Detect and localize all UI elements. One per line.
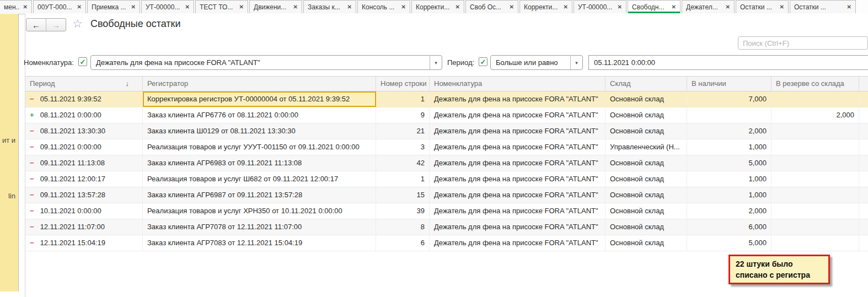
cell-line-number[interactable]: 21 xyxy=(376,123,430,139)
cell-in-stock[interactable] xyxy=(687,107,771,123)
tab[interactable]: ТЕСТ ТО... ✕ xyxy=(195,0,248,13)
close-icon[interactable]: ✕ xyxy=(672,4,676,10)
cell-warehouse[interactable]: Основной склад xyxy=(606,91,687,107)
cell-in-stock[interactable]: 2,000 xyxy=(687,203,771,219)
cell-nomenclature[interactable]: Дежатель для фена на присоске FORA "ATLA… xyxy=(430,155,606,171)
cell-nomenclature[interactable]: Дежатель для фена на присоске FORA "ATLA… xyxy=(430,91,606,107)
cell-extra[interactable] xyxy=(859,203,868,219)
cell-in-stock[interactable]: 2,000 xyxy=(687,123,771,139)
cell-registrar[interactable]: Заказ клиента АГР6983 от 09.11.2021 11:1… xyxy=(143,155,376,171)
close-icon[interactable]: ✕ xyxy=(131,4,136,10)
cell-nomenclature[interactable]: Дежатель для фена на присоске FORA "ATLA… xyxy=(430,139,606,155)
cell-extra[interactable] xyxy=(859,171,868,187)
cell-nomenclature[interactable]: Дежатель для фена на присоске FORA "ATLA… xyxy=(430,171,606,187)
tab[interactable]: Корректи... ✕ xyxy=(519,0,572,13)
sort-descending-icon[interactable]: ↓ xyxy=(126,77,130,91)
tab[interactable]: Движени... ✕ xyxy=(249,0,302,13)
cell-warehouse[interactable]: Основной склад xyxy=(606,171,687,187)
close-icon[interactable]: ✕ xyxy=(780,4,784,10)
cell-warehouse[interactable]: Основной склад xyxy=(606,219,687,235)
nomenclature-filter-combobox[interactable]: Дежатель для фена на присоске FORA "ATLA… xyxy=(90,55,442,70)
cell-line-number[interactable]: 8 xyxy=(376,219,430,235)
cell-reserve[interactable] xyxy=(771,139,859,155)
cell-extra[interactable] xyxy=(859,219,868,235)
cell-reserve[interactable]: 2,000 xyxy=(771,107,859,123)
cell-in-stock[interactable]: 1,000 xyxy=(687,171,771,187)
cell-nomenclature[interactable]: Дежатель для фена на присоске FORA "ATLA… xyxy=(430,203,606,219)
cell-period[interactable]: − 08.11.2021 13:30:30 xyxy=(25,123,143,139)
cell-warehouse[interactable]: Основной склад xyxy=(606,203,687,219)
chevron-down-icon[interactable]: ▾ xyxy=(430,56,442,69)
cell-line-number[interactable]: 15 xyxy=(376,187,430,203)
column-header-warehouse[interactable]: Склад xyxy=(606,77,687,91)
tab[interactable]: УТ-00000... ✕ xyxy=(141,0,194,13)
cell-period[interactable]: − 10.11.2021 0:00:00 xyxy=(25,203,143,219)
table-row[interactable]: − 12.11.2021 15:04:19 Заказ клиента АГР7… xyxy=(25,235,868,251)
tab[interactable]: Приемка ... ✕ xyxy=(87,0,140,13)
tab[interactable]: Заказы к... ✕ xyxy=(303,0,356,13)
close-icon[interactable]: ✕ xyxy=(401,4,406,10)
cell-nomenclature[interactable]: Дежатель для фена на присоске FORA "ATLA… xyxy=(430,235,606,251)
close-icon[interactable]: ✕ xyxy=(293,4,298,10)
cell-nomenclature[interactable]: Дежатель для фена на присоске FORA "ATLA… xyxy=(430,107,606,123)
cell-warehouse[interactable]: Основной склад xyxy=(606,155,687,171)
column-header-registrar[interactable]: Регистратор xyxy=(143,77,376,91)
cell-registrar[interactable]: Заказ клиента Ш0129 от 08.11.2021 13:30:… xyxy=(143,123,376,139)
column-header-in-stock[interactable]: В наличии xyxy=(687,77,771,91)
cell-extra[interactable] xyxy=(859,139,868,155)
forward-button[interactable]: → xyxy=(46,19,66,31)
period-condition-value[interactable]: Больше или равно xyxy=(491,56,570,69)
cell-reserve[interactable] xyxy=(771,235,859,251)
table-row[interactable]: − 08.11.2021 13:30:30 Заказ клиента Ш012… xyxy=(25,123,868,139)
cell-in-stock[interactable]: 5,000 xyxy=(687,235,771,251)
cell-period[interactable]: − 12.11.2021 11:07:00 xyxy=(25,219,143,235)
cell-period[interactable]: + 08.11.2021 0:00:00 xyxy=(25,107,143,123)
cell-line-number[interactable]: 1 xyxy=(376,171,430,187)
close-icon[interactable]: ✕ xyxy=(23,4,28,10)
nomenclature-filter-checkbox[interactable]: ✓ xyxy=(78,57,87,66)
cell-nomenclature[interactable]: Дежатель для фена на присоске FORA "ATLA… xyxy=(430,187,606,203)
close-icon[interactable]: ✕ xyxy=(510,4,514,10)
cell-nomenclature[interactable]: Дежатель для фена на присоске FORA "ATLA… xyxy=(430,219,606,235)
table-row[interactable]: − 12.11.2021 11:07:00 Заказ клиента АГР7… xyxy=(25,219,868,235)
tab[interactable]: Остатки ... ✕ xyxy=(790,0,856,13)
cell-registrar[interactable]: Заказ клиента АГР6987 от 09.11.2021 13:5… xyxy=(143,187,376,203)
cell-registrar[interactable]: Заказ клиента АГР7078 от 12.11.2021 11:0… xyxy=(143,219,376,235)
close-icon[interactable]: ✕ xyxy=(564,4,568,10)
tab[interactable]: Консоль ... ✕ xyxy=(357,0,410,13)
tab[interactable]: Дежател... ✕ xyxy=(682,0,735,13)
tab[interactable]: мен... ✕ xyxy=(0,0,32,13)
cell-line-number[interactable]: 9 xyxy=(376,107,430,123)
cell-nomenclature[interactable]: Дежатель для фена на присоске FORA "ATLA… xyxy=(430,123,606,139)
cell-registrar[interactable]: Корректировка регистров УТ-00000004 от 0… xyxy=(143,91,376,107)
period-condition-combobox[interactable]: Больше или равно ▾ xyxy=(490,55,583,70)
tab[interactable]: Своб Ос... ✕ xyxy=(465,0,518,13)
tab[interactable]: 00УТ-000... ✕ xyxy=(33,0,86,13)
tab[interactable]: Корректи... ✕ xyxy=(411,0,464,13)
cell-registrar[interactable]: Заказ клиента АГР6776 от 08.11.2021 0:00… xyxy=(143,107,376,123)
cell-period[interactable]: − 09.11.2021 0:00:00 xyxy=(25,139,143,155)
cell-line-number[interactable]: 6 xyxy=(376,235,430,251)
tab[interactable]: Остатки ... ✕ xyxy=(736,0,789,13)
cell-reserve[interactable] xyxy=(771,171,859,187)
cell-reserve[interactable] xyxy=(771,203,859,219)
cell-extra[interactable] xyxy=(859,235,868,251)
cell-registrar[interactable]: Реализация товаров и услуг УУУТ-001150 о… xyxy=(143,139,376,155)
cell-reserve[interactable] xyxy=(771,91,859,107)
cell-warehouse[interactable]: Основной склад xyxy=(606,187,687,203)
cell-registrar[interactable]: Реализация товаров и услуг ХРН350 от 10.… xyxy=(143,203,376,219)
cell-warehouse[interactable]: Основной склад xyxy=(606,235,687,251)
cell-warehouse[interactable]: Управленческий (Н... xyxy=(606,139,687,155)
cell-period[interactable]: − 09.11.2021 13:57:28 xyxy=(25,187,143,203)
cell-reserve[interactable] xyxy=(771,155,859,171)
cell-extra[interactable] xyxy=(859,187,868,203)
cell-in-stock[interactable]: 6,000 xyxy=(687,219,771,235)
cell-line-number[interactable]: 3 xyxy=(376,139,430,155)
table-row[interactable]: + 08.11.2021 0:00:00 Заказ клиента АГР67… xyxy=(25,107,868,123)
column-header-period[interactable]: Период ↓ xyxy=(25,77,143,91)
tab[interactable]: Свободн... ✕ xyxy=(628,0,681,13)
favorite-star-icon[interactable]: ☆ xyxy=(72,17,83,30)
close-icon[interactable]: ✕ xyxy=(618,4,622,10)
cell-in-stock[interactable]: 5,000 xyxy=(687,155,771,171)
table-row[interactable]: − 05.11.2021 9:39:52 Корректировка регис… xyxy=(25,91,868,107)
